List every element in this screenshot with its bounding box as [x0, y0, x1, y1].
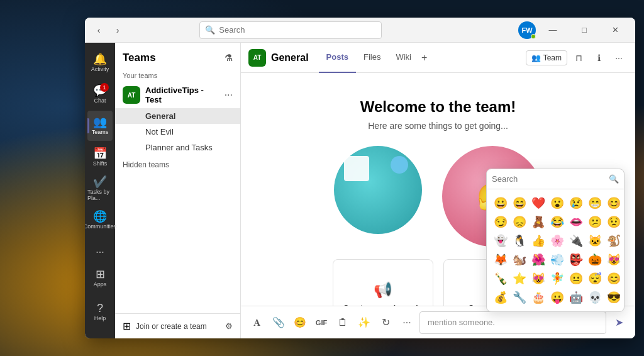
tab-add-icon[interactable]: + [419, 52, 430, 64]
emoji-cell[interactable]: 😻 [605, 251, 623, 269]
sidebar-item-shifts[interactable]: 📅 Shifts [87, 142, 113, 172]
emoji-cell[interactable]: 🍾 [492, 270, 509, 287]
team-item-at[interactable]: AT AddictiveTips - Test ··· [115, 82, 240, 108]
emoji-cell[interactable]: 😄 [511, 194, 528, 212]
team-btn-icon: 👥 [531, 53, 541, 62]
emoji-cell[interactable]: 👍 [530, 232, 547, 250]
teams-panel: Teams ⚗ Your teams AT AddictiveTips - Te… [115, 43, 241, 338]
channel-avatar: AT [248, 49, 266, 67]
emoji-cell[interactable]: 🎃 [586, 251, 604, 269]
loop-icon[interactable]: ↻ [377, 314, 394, 331]
emoji-cell[interactable]: 🧚 [548, 270, 566, 287]
tab-list: Posts Files Wiki + [319, 43, 430, 73]
praise-icon[interactable]: ✨ [355, 314, 373, 331]
attach-icon[interactable]: 📎 [270, 314, 287, 331]
welcome-subtitle: Here are some things to get going... [368, 121, 508, 131]
sidebar-item-communities[interactable]: 🌐 Communities [87, 205, 113, 235]
channel-item-notevil[interactable]: Not Evil [115, 124, 240, 140]
emoji-cell[interactable]: 💰 [492, 289, 509, 306]
emoji-cell[interactable]: 😞 [511, 213, 528, 231]
sidebar-item-help[interactable]: ? Help [87, 297, 113, 327]
tab-wiki[interactable]: Wiki [388, 43, 419, 73]
close-button[interactable]: ✕ [601, 21, 630, 39]
more-header-icon-btn[interactable]: ··· [610, 49, 628, 67]
emoji-cell[interactable]: 🌺 [530, 251, 547, 269]
sidebar-item-apps[interactable]: ⊞ Apps [87, 263, 113, 293]
sticker-icon[interactable]: 🗒 [334, 314, 352, 331]
emoji-cell[interactable]: 😐 [567, 270, 585, 287]
minimize-button[interactable]: — [538, 21, 567, 39]
team-more-icon[interactable]: ··· [225, 89, 233, 101]
emoji-cell[interactable]: 💨 [548, 251, 566, 269]
emoji-cell[interactable]: 🐱 [586, 232, 604, 250]
send-button[interactable]: ➤ [610, 314, 628, 331]
message-input[interactable]: mention someone. [419, 311, 606, 334]
avatar-button[interactable]: FW [518, 21, 536, 39]
emoji-cell[interactable]: 🎂 [530, 289, 547, 306]
input-placeholder: mention someone. [428, 318, 495, 327]
emoji-cell[interactable]: 💀 [586, 289, 604, 306]
info-icon-btn[interactable]: ℹ [590, 49, 608, 67]
channel-item-planner[interactable]: Planner and Tasks [115, 140, 240, 155]
filter-icon[interactable]: ⚗ [225, 53, 233, 63]
emoji-search-bar: 🔍 [487, 169, 624, 189]
emoji-cell[interactable]: 😟 [605, 213, 623, 231]
back-button[interactable]: ‹ [90, 21, 108, 39]
tab-files[interactable]: Files [356, 43, 388, 73]
emoji-picker[interactable]: 🔍 😀😄❤️😮😢😁😊😏😞🧸😂👄😕😟👻🐧👍🌸🔌🐱🐒🦊🐿️🌺💨👺🎃😻🍾⭐😻🧚😐😴😊💰… [486, 169, 625, 312]
hidden-teams-label[interactable]: Hidden teams [115, 155, 240, 174]
emoji-cell[interactable]: 👄 [567, 213, 585, 231]
emoji-cell[interactable]: 😎 [605, 289, 623, 306]
emoji-cell[interactable]: 🔌 [567, 232, 585, 250]
create-channels-card[interactable]: 📢 Create more channels [333, 259, 433, 306]
emoji-cell[interactable]: 😻 [530, 270, 547, 287]
emoji-cell[interactable]: 🐒 [605, 232, 623, 250]
gif-icon[interactable]: GIF [313, 314, 330, 331]
emoji-cell[interactable]: 😏 [492, 213, 509, 231]
join-create-team[interactable]: ⊞ Join or create a team ⚙ [115, 313, 240, 338]
sidebar-item-chat[interactable]: 💬 Chat 1 [87, 79, 113, 109]
emoji-cell[interactable]: ⭐ [511, 270, 528, 287]
chat-badge: 1 [100, 83, 109, 92]
emoji-cell[interactable]: 😛 [548, 289, 566, 306]
titlebar: ‹ › 🔍 FW — □ ✕ [85, 18, 635, 43]
sidebar-item-tasks[interactable]: ✔️ Tasks by Pla... [87, 174, 113, 204]
share-icon-btn[interactable]: ⊓ [570, 49, 587, 67]
emoji-cell[interactable]: 👺 [567, 251, 585, 269]
sidebar-item-activity[interactable]: 🔔 Activity [87, 48, 113, 78]
emoji-cell[interactable]: 😂 [548, 213, 566, 231]
emoji-cell[interactable]: 🌸 [548, 232, 566, 250]
emoji-cell[interactable]: 😊 [605, 270, 623, 287]
more-button[interactable]: ... [87, 237, 113, 262]
help-icon: ? [97, 303, 103, 314]
emoji-cell[interactable]: 😮 [548, 194, 566, 212]
team-button[interactable]: 👥 Team [526, 50, 567, 65]
channel-item-general[interactable]: General [115, 108, 240, 124]
emoji-cell[interactable]: 🤖 [567, 289, 585, 306]
emoji-cell[interactable]: 👻 [492, 232, 509, 250]
emoji-cell[interactable]: 😴 [586, 270, 604, 287]
forward-button[interactable]: › [109, 21, 126, 39]
emoji-cell[interactable]: 🐿️ [511, 251, 528, 269]
settings-icon[interactable]: ⚙ [225, 321, 233, 331]
search-bar[interactable]: 🔍 [199, 21, 382, 39]
emoji-cell[interactable]: 😁 [586, 194, 604, 212]
format-icon[interactable]: 𝐀 [248, 314, 266, 331]
tab-posts[interactable]: Posts [319, 43, 356, 73]
emoji-cell[interactable]: 🔧 [511, 289, 528, 306]
emoji-cell[interactable]: 😊 [605, 194, 623, 212]
more-toolbar-icon[interactable]: ··· [398, 314, 416, 331]
emoji-cell[interactable]: 🧸 [530, 213, 547, 231]
maximize-button[interactable]: □ [570, 21, 599, 39]
emoji-cell[interactable]: 🐧 [511, 232, 528, 250]
emoji-search-input[interactable] [492, 174, 605, 184]
emoji-cell[interactable]: 😢 [567, 194, 585, 212]
channel-name-header: General [271, 52, 309, 64]
sidebar-item-teams[interactable]: 👥 Teams [87, 111, 113, 141]
emoji-cell[interactable]: 🦊 [492, 251, 509, 269]
search-input[interactable] [219, 25, 376, 35]
emoji-cell[interactable]: 😀 [492, 194, 509, 212]
emoji-icon[interactable]: 😊 [291, 314, 309, 331]
emoji-cell[interactable]: 😕 [586, 213, 604, 231]
emoji-cell[interactable]: ❤️ [530, 194, 547, 212]
